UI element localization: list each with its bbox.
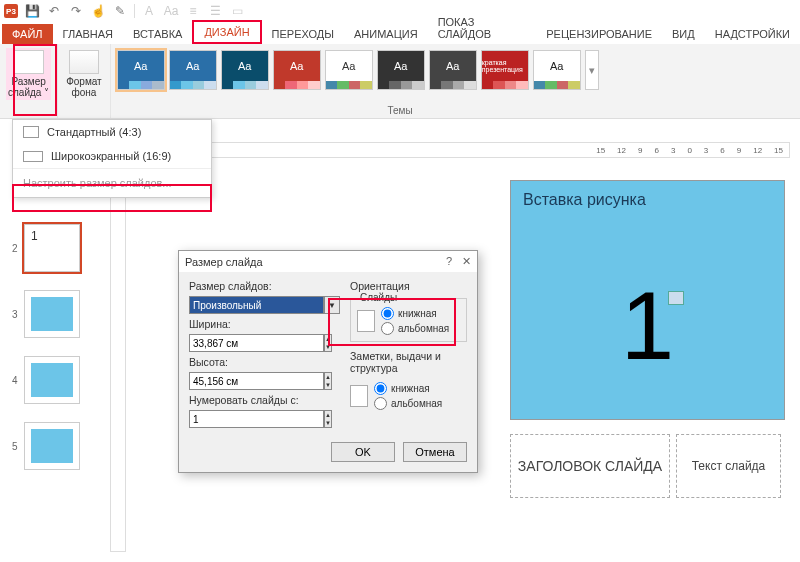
- quick-access-toolbar: P3 💾 ↶ ↷ ☝ ✎ A Aa ≡ ☰ ▭: [0, 0, 800, 22]
- aspect-icon: [23, 126, 39, 138]
- numbering-icon[interactable]: ☰: [207, 3, 223, 19]
- theme-item[interactable]: Aa: [377, 50, 425, 90]
- spin-down-icon[interactable]: ▼: [325, 419, 331, 427]
- slide-size-dialog: Размер слайда ? ✕ Размер слайдов: ▼ Шири…: [178, 250, 478, 473]
- format-background-button[interactable]: Формат фона: [64, 48, 104, 100]
- number-from-label: Нумеровать слайды с:: [189, 394, 340, 406]
- slide-size-standard[interactable]: Стандартный (4:3): [13, 120, 211, 144]
- themes-group-label: Темы: [387, 105, 412, 116]
- tab-transitions[interactable]: ПЕРЕХОДЫ: [262, 24, 344, 44]
- dialog-left-column: Размер слайдов: ▼ Ширина: ▲▼ Высота: ▲▼ …: [189, 280, 340, 428]
- number-from-spinner[interactable]: ▲▼: [189, 410, 239, 428]
- width-label: Ширина:: [189, 318, 340, 330]
- thumb-row[interactable]: 5: [12, 422, 94, 470]
- theme-item[interactable]: Aa: [273, 50, 321, 90]
- slide-size-dropdown: Стандартный (4:3) Широкоэкранный (16:9) …: [12, 119, 212, 198]
- spin-up-icon[interactable]: ▲: [325, 411, 331, 419]
- placeholders: ЗАГОЛОВОК СЛАЙДА Текст слайда: [510, 434, 785, 498]
- tab-view[interactable]: ВИД: [662, 24, 705, 44]
- tab-animation[interactable]: АНИМАЦИЯ: [344, 24, 428, 44]
- text-placeholder[interactable]: Текст слайда: [676, 434, 781, 498]
- notes-landscape-radio[interactable]: альбомная: [374, 397, 442, 410]
- slide-thumbnail[interactable]: [24, 356, 80, 404]
- dialog-right-column: Ориентация Слайды книжная альбомная Заме…: [350, 280, 467, 428]
- tab-insert[interactable]: ВСТАВКА: [123, 24, 192, 44]
- redo-icon[interactable]: ↷: [68, 3, 84, 19]
- ribbon-tabs: ФАЙЛ ГЛАВНАЯ ВСТАВКА ДИЗАЙН ПЕРЕХОДЫ АНИ…: [0, 22, 800, 44]
- height-input[interactable]: [189, 372, 324, 390]
- save-icon[interactable]: 💾: [24, 3, 40, 19]
- close-icon[interactable]: ✕: [462, 255, 471, 268]
- dialog-buttons: OK Отмена: [179, 436, 477, 472]
- touch-icon[interactable]: ☝: [90, 3, 106, 19]
- width-spinner[interactable]: ▲▼: [189, 334, 269, 352]
- slide-size-button[interactable]: Размер слайда ˅: [6, 48, 51, 100]
- thumb-row[interactable]: 3: [12, 290, 94, 338]
- slide-thumbnail[interactable]: [24, 290, 80, 338]
- theme-item[interactable]: Aa: [533, 50, 581, 90]
- title-placeholder[interactable]: ЗАГОЛОВОК СЛАЙДА: [510, 434, 670, 498]
- dropdown-label: Настроить размер слайдов...: [23, 177, 172, 189]
- dialog-title: Размер слайда: [185, 256, 263, 268]
- slide-thumbnail[interactable]: 1: [24, 224, 80, 272]
- ribbon-group-size: Размер слайда ˅: [0, 44, 58, 118]
- paint-icon[interactable]: ✎: [112, 3, 128, 19]
- theme-item[interactable]: Aa: [221, 50, 269, 90]
- thumb-row[interactable]: 4: [12, 356, 94, 404]
- slides-portrait-radio[interactable]: книжная: [381, 307, 449, 320]
- slide-canvas: Вставка рисунка 1 ЗАГОЛОВОК СЛАЙДА Текст…: [510, 180, 785, 498]
- theme-item[interactable]: Aa: [117, 50, 165, 90]
- tab-slideshow[interactable]: ПОКАЗ СЛАЙДОВ: [428, 12, 537, 44]
- slide-number-large: 1: [511, 271, 784, 381]
- theme-item[interactable]: Aa: [429, 50, 477, 90]
- shapes-icon[interactable]: ▭: [229, 3, 245, 19]
- vertical-ruler: [110, 158, 126, 552]
- tab-file[interactable]: ФАЙЛ: [2, 24, 53, 44]
- horizontal-ruler: 151296303691215: [128, 142, 790, 158]
- size-value[interactable]: [189, 296, 324, 314]
- number-from-input[interactable]: [189, 410, 324, 428]
- size-label: Размер слайдов:: [189, 280, 340, 292]
- spin-down-icon[interactable]: ▼: [325, 381, 331, 389]
- thumb-row[interactable]: 2 1: [12, 224, 94, 272]
- font-color-icon[interactable]: A: [141, 3, 157, 19]
- orientation-label: Ориентация: [350, 280, 467, 292]
- notes-label: Заметки, выдачи и структура: [350, 350, 467, 374]
- thumb-number: 4: [12, 375, 20, 386]
- slides-legend: Слайды: [357, 292, 400, 303]
- spin-up-icon[interactable]: ▲: [325, 373, 331, 381]
- bullets-icon[interactable]: ≡: [185, 3, 201, 19]
- height-spinner[interactable]: ▲▼: [189, 372, 269, 390]
- font-case-icon[interactable]: Aa: [163, 3, 179, 19]
- theme-item[interactable]: Aa: [325, 50, 373, 90]
- slides-landscape-radio[interactable]: альбомная: [381, 322, 449, 335]
- spin-down-icon[interactable]: ▼: [325, 343, 331, 351]
- spin-up-icon[interactable]: ▲: [325, 335, 331, 343]
- themes-gallery[interactable]: Aa Aa Aa Aa Aa Aa Aa краткая презентация…: [111, 44, 605, 118]
- slide-preview[interactable]: Вставка рисунка 1: [510, 180, 785, 420]
- aspect-icon: [23, 151, 43, 162]
- notes-portrait-radio[interactable]: книжная: [374, 382, 442, 395]
- format-background-label: Формат фона: [66, 76, 102, 98]
- tab-home[interactable]: ГЛАВНАЯ: [53, 24, 123, 44]
- theme-item[interactable]: краткая презентация: [481, 50, 529, 90]
- height-label: Высота:: [189, 356, 340, 368]
- tab-addins[interactable]: НАДСТРОЙКИ: [705, 24, 800, 44]
- help-icon[interactable]: ?: [446, 255, 452, 268]
- slide-thumbnail[interactable]: [24, 422, 80, 470]
- theme-item[interactable]: Aa: [169, 50, 217, 90]
- ok-button[interactable]: OK: [331, 442, 395, 462]
- chevron-down-icon[interactable]: ▼: [324, 296, 340, 314]
- tab-review[interactable]: РЕЦЕНЗИРОВАНИЕ: [536, 24, 662, 44]
- theme-more[interactable]: ▾: [585, 50, 599, 90]
- thumb-number: 5: [12, 441, 20, 452]
- tab-design[interactable]: ДИЗАЙН: [192, 20, 261, 44]
- size-select[interactable]: ▼: [189, 296, 340, 314]
- page-icon: [357, 310, 375, 332]
- slide-thumbnails: 2 1 3 4 5: [12, 224, 94, 470]
- slide-size-widescreen[interactable]: Широкоэкранный (16:9): [13, 144, 211, 168]
- width-input[interactable]: [189, 334, 324, 352]
- undo-icon[interactable]: ↶: [46, 3, 62, 19]
- slide-size-custom[interactable]: Настроить размер слайдов...: [13, 168, 211, 197]
- cancel-button[interactable]: Отмена: [403, 442, 467, 462]
